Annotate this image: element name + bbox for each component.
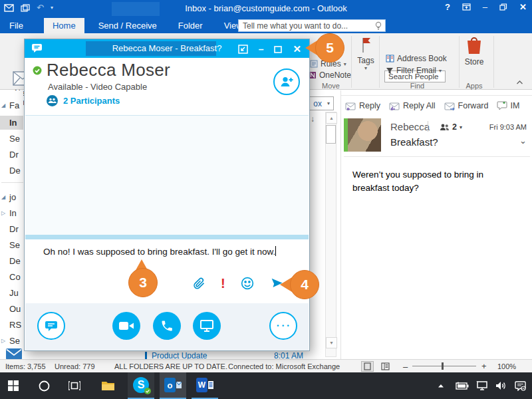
scrollbar-thumb[interactable] bbox=[326, 125, 336, 144]
taskbar-outlook[interactable]: o bbox=[160, 372, 186, 399]
ribbon-display-options-icon[interactable] bbox=[462, 3, 471, 11]
add-participant-button[interactable] bbox=[273, 68, 300, 95]
expand-icon[interactable]: ▷ bbox=[0, 210, 7, 216]
more-options-button[interactable]: • • • bbox=[269, 312, 297, 340]
forward-button[interactable]: Forward bbox=[444, 101, 489, 110]
zoom-in-icon[interactable]: + bbox=[481, 361, 487, 371]
skype-minimize-button[interactable]: – bbox=[259, 44, 264, 55]
reply-all-label: Reply All bbox=[403, 101, 436, 110]
response-toolbar: Reply Reply All Forward IM bbox=[345, 101, 519, 110]
scrollbar-down-icon[interactable]: ▼ bbox=[326, 337, 337, 348]
skype-maximize-button[interactable] bbox=[274, 46, 282, 53]
im-label: IM bbox=[510, 101, 519, 110]
volume-icon[interactable] bbox=[491, 372, 511, 399]
address-book-button[interactable]: Address Book bbox=[386, 54, 447, 63]
apps-group-label: Apps bbox=[464, 82, 484, 90]
expand-icon[interactable]: ◢ bbox=[0, 194, 7, 200]
battery-icon[interactable] bbox=[452, 372, 472, 399]
taskbar: S o W bbox=[0, 372, 532, 399]
attach-file-icon[interactable] bbox=[192, 277, 205, 290]
folder-label: De bbox=[7, 256, 21, 266]
onenote-button[interactable]: OneNote bbox=[309, 70, 351, 80]
participants-dropdown[interactable]: 2 ▾ bbox=[440, 122, 462, 132]
store-button[interactable]: Store bbox=[464, 36, 484, 66]
close-button[interactable]: ✕ bbox=[519, 2, 527, 12]
folder-label: In bbox=[7, 208, 17, 218]
network-icon[interactable] bbox=[472, 372, 492, 399]
taskbar-skype[interactable]: S bbox=[128, 372, 154, 399]
desktop: ↶ ▾ Inbox - brian@customguide.com - Outl… bbox=[0, 0, 532, 399]
status-bar: Items: 3,755 Unread: 779 ALL FOLDERS ARE… bbox=[0, 359, 532, 372]
skype-close-button[interactable]: ✕ bbox=[293, 43, 301, 55]
expand-header-chevron-icon[interactable]: ⌄ bbox=[519, 136, 527, 146]
tray-show-hidden-icon[interactable] bbox=[431, 372, 451, 399]
scrollbar-up-icon[interactable]: ▲ bbox=[326, 112, 337, 124]
collapse-ribbon-icon[interactable] bbox=[516, 80, 523, 85]
move-group-label: Move bbox=[313, 82, 349, 90]
im-button[interactable]: IM bbox=[497, 101, 519, 110]
tab-folder[interactable]: Folder bbox=[170, 18, 211, 33]
filter-email-button[interactable]: Filter Email ▾ bbox=[386, 66, 442, 75]
zoom-out-icon[interactable]: – bbox=[403, 362, 408, 372]
tab-file[interactable]: File bbox=[0, 18, 32, 33]
folder-divider bbox=[1, 182, 23, 183]
chat-history-area[interactable] bbox=[25, 115, 309, 235]
skype-call-bar: • • • bbox=[25, 303, 309, 350]
filter-email-caret-icon: ▾ bbox=[439, 68, 442, 74]
zoom-slider-thumb[interactable] bbox=[442, 362, 444, 370]
skype-popout-icon[interactable] bbox=[238, 45, 248, 54]
forward-label: Forward bbox=[458, 101, 489, 110]
unread-indicator bbox=[145, 352, 147, 359]
reading-view-button[interactable] bbox=[361, 361, 374, 372]
expand-icon[interactable]: ◢ bbox=[0, 102, 7, 108]
help-icon[interactable]: ? bbox=[445, 2, 450, 12]
participants-row[interactable]: 2 Participants bbox=[47, 95, 120, 106]
tell-me-search[interactable]: Tell me what you want to do... bbox=[238, 19, 386, 32]
contact-name: Rebecca Moser bbox=[47, 60, 170, 80]
tab-send-receive[interactable]: Send / Receive bbox=[90, 18, 166, 33]
outlook-titlebar: ↶ ▾ Inbox - brian@customguide.com - Outl… bbox=[0, 0, 532, 18]
scope-fragment: ox bbox=[313, 99, 322, 108]
chat-input-text[interactable]: Oh no! I was supposed to bring breakfast… bbox=[43, 246, 276, 257]
folder-inbox-selected[interactable]: In bbox=[0, 116, 23, 130]
zoom-percentage[interactable]: 100% bbox=[497, 362, 516, 370]
items-count: Items: 3,755 bbox=[5, 362, 46, 370]
layout-view-button[interactable] bbox=[379, 361, 392, 372]
importance-icon[interactable]: ! bbox=[221, 277, 225, 290]
participants-link[interactable]: 2 Participants bbox=[63, 96, 120, 106]
folder-label: De bbox=[7, 166, 21, 176]
lightbulb-icon bbox=[374, 21, 382, 31]
chat-input-divider bbox=[25, 235, 309, 239]
sender-avatar[interactable] bbox=[348, 118, 381, 152]
start-button[interactable] bbox=[0, 372, 27, 399]
restore-button[interactable] bbox=[499, 3, 507, 11]
tags-caret-icon: ▾ bbox=[356, 65, 375, 71]
sender-name[interactable]: Rebecca bbox=[390, 121, 430, 132]
video-call-button[interactable] bbox=[112, 312, 140, 340]
file-explorer-button[interactable] bbox=[94, 372, 121, 399]
action-center-icon[interactable] bbox=[509, 372, 531, 399]
reply-button[interactable]: Reply bbox=[345, 101, 380, 110]
skype-titlebar[interactable]: Rebecca Moser - Breakfast? – ✕ bbox=[25, 39, 309, 58]
emoticon-icon[interactable] bbox=[241, 277, 254, 290]
folder-label: jo bbox=[7, 192, 16, 202]
sort-direction-icon[interactable]: ↓ bbox=[311, 114, 315, 124]
tags-button[interactable]: Tags ▾ bbox=[356, 37, 375, 71]
folder-label: RS bbox=[7, 320, 21, 330]
audio-call-button[interactable] bbox=[153, 312, 181, 340]
tab-home[interactable]: Home bbox=[44, 18, 84, 33]
message-row-partial[interactable]: Product Update 8:01 AM bbox=[144, 351, 310, 359]
message-subject-line: Breakfast? bbox=[390, 136, 438, 148]
minimize-button[interactable]: – bbox=[483, 2, 487, 12]
zoom-slider-track[interactable] bbox=[412, 366, 476, 366]
onenote-label: OneNote bbox=[319, 70, 351, 80]
message-list-scrollbar[interactable]: ▲ ▼ bbox=[325, 112, 336, 357]
chat-view-button[interactable] bbox=[37, 312, 65, 340]
step-badge-4: 4 bbox=[290, 270, 319, 299]
cortana-button[interactable] bbox=[31, 372, 57, 399]
reply-all-button[interactable]: Reply All bbox=[389, 101, 436, 110]
message-list-sliver: ox ▾ ↓ ▲ ▼ bbox=[310, 90, 340, 359]
screen-share-button[interactable] bbox=[193, 312, 221, 340]
taskbar-word[interactable]: W bbox=[192, 372, 218, 399]
task-view-button[interactable] bbox=[61, 372, 88, 399]
